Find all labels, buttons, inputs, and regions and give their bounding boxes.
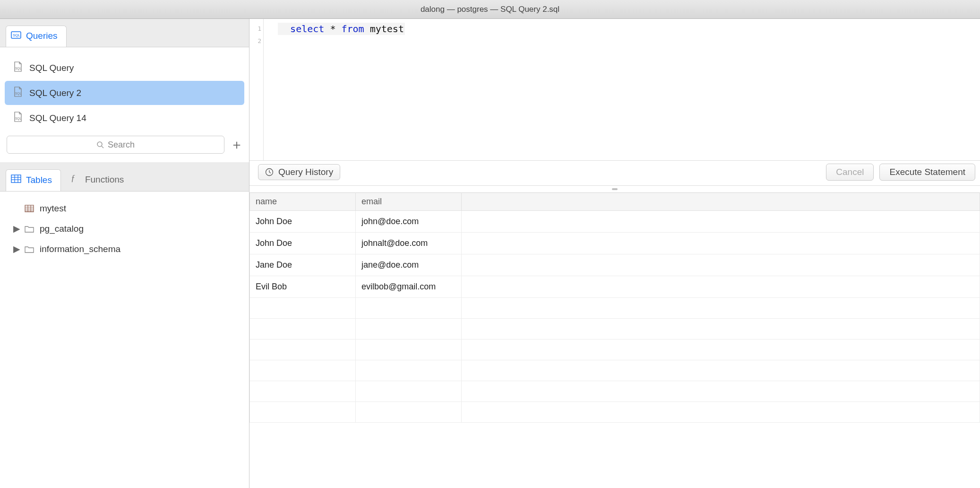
cell-name[interactable]: John Doe: [250, 211, 356, 233]
sidebar: SQL Queries SQL SQL Query SQL SQL Query …: [0, 19, 249, 488]
cell-email[interactable]: john@doe.com: [356, 211, 462, 233]
window-titlebar: dalong — postgres — SQL Query 2.sql: [0, 0, 980, 19]
sql-file-icon: SQL: [13, 87, 23, 99]
folder-icon: [25, 245, 34, 253]
table-row[interactable]: John Doejohnalt@doe.com: [250, 233, 980, 254]
table-icon: [25, 205, 34, 212]
svg-text:SQL: SQL: [13, 33, 21, 37]
column-header-name[interactable]: name: [250, 193, 356, 211]
query-item-label: SQL Query 14: [29, 113, 86, 123]
plus-icon: ＋: [230, 136, 243, 154]
svg-point-5: [97, 142, 102, 147]
folder-icon: [25, 225, 34, 233]
tab-label: Functions: [85, 174, 124, 185]
table-item[interactable]: ▶mytest: [0, 198, 249, 218]
table-row-empty: [250, 360, 980, 381]
table-row[interactable]: Jane Doejane@doe.com: [250, 254, 980, 276]
schema-tree: ▶mytest▶pg_catalog▶information_schema: [0, 191, 249, 488]
svg-text:SQL: SQL: [15, 67, 21, 70]
tab-queries[interactable]: SQL Queries: [6, 26, 67, 47]
window-title: dalong — postgres — SQL Query 2.sql: [421, 5, 559, 14]
sql-text[interactable]: select * from mytest: [264, 19, 405, 160]
query-item[interactable]: SQL SQL Query 2: [5, 81, 244, 105]
results-header-row: nameemail: [250, 193, 980, 211]
table-row-empty: [250, 298, 980, 319]
svg-rect-7: [11, 175, 21, 183]
svg-text:SQL: SQL: [15, 117, 21, 121]
table-row-empty: [250, 381, 980, 402]
sql-editor[interactable]: 12 select * from mytest: [249, 19, 980, 161]
tab-functions[interactable]: ƒFunctions: [65, 168, 133, 192]
tree-item-label: information_schema: [40, 244, 120, 254]
column-header-email[interactable]: email: [356, 193, 462, 211]
tab-tables[interactable]: Tables: [6, 169, 61, 192]
tree-item-label: pg_catalog: [40, 224, 84, 234]
cell-email[interactable]: jane@doe.com: [356, 254, 462, 276]
caret-right-icon: ▶: [13, 223, 19, 234]
svg-text:ƒ: ƒ: [71, 174, 75, 183]
query-item[interactable]: SQL SQL Query: [5, 56, 244, 80]
history-icon: [265, 168, 274, 176]
search-input[interactable]: Search: [7, 136, 224, 154]
svg-line-6: [102, 146, 103, 148]
caret-right-icon: ▶: [13, 244, 19, 254]
table-row-empty: [250, 340, 980, 360]
tab-label: Queries: [26, 31, 58, 41]
tree-item-label: mytest: [40, 203, 66, 214]
query-toolbar: Query History Cancel Execute Statement: [249, 161, 980, 186]
query-history-button[interactable]: Query History: [258, 164, 340, 180]
sql-file-icon: SQL: [13, 112, 23, 124]
search-placeholder: Search: [108, 140, 135, 150]
tab-label: Tables: [26, 175, 52, 185]
line-gutter: 12: [249, 19, 264, 160]
query-list: SQL SQL Query SQL SQL Query 2 SQL SQL Qu…: [0, 53, 249, 133]
schema-item[interactable]: ▶pg_catalog: [0, 218, 249, 239]
column-header-empty: [462, 193, 980, 211]
schema-item[interactable]: ▶information_schema: [0, 239, 249, 259]
sql-file-icon: SQL: [13, 61, 23, 74]
cancel-button[interactable]: Cancel: [826, 164, 874, 181]
svg-text:SQL: SQL: [15, 92, 21, 96]
search-icon: [96, 141, 104, 148]
cell-email[interactable]: evilbob@gmail.com: [356, 276, 462, 298]
cell-name[interactable]: John Doe: [250, 233, 356, 254]
query-item[interactable]: SQL SQL Query 14: [5, 106, 244, 130]
functions-icon: ƒ: [70, 174, 80, 185]
results-table: nameemailJohn Doejohn@doe.comJohn Doejoh…: [249, 192, 980, 423]
cell-name[interactable]: Jane Doe: [250, 254, 356, 276]
table-row[interactable]: Evil Bobevilbob@gmail.com: [250, 276, 980, 298]
query-history-label: Query History: [278, 167, 333, 177]
tables-icon: [11, 174, 21, 185]
cell-email[interactable]: johnalt@doe.com: [356, 233, 462, 254]
pane-splitter[interactable]: [249, 186, 980, 192]
cell-name[interactable]: Evil Bob: [250, 276, 356, 298]
query-item-label: SQL Query: [29, 63, 74, 73]
results-pane: nameemailJohn Doejohn@doe.comJohn Doejoh…: [249, 192, 980, 488]
table-row-empty: [250, 402, 980, 423]
table-row-empty: [250, 319, 980, 340]
table-row[interactable]: John Doejohn@doe.com: [250, 211, 980, 233]
sql-icon: SQL: [11, 31, 21, 41]
query-item-label: SQL Query 2: [29, 88, 81, 98]
add-query-button[interactable]: ＋: [231, 139, 242, 150]
execute-button[interactable]: Execute Statement: [879, 164, 975, 181]
